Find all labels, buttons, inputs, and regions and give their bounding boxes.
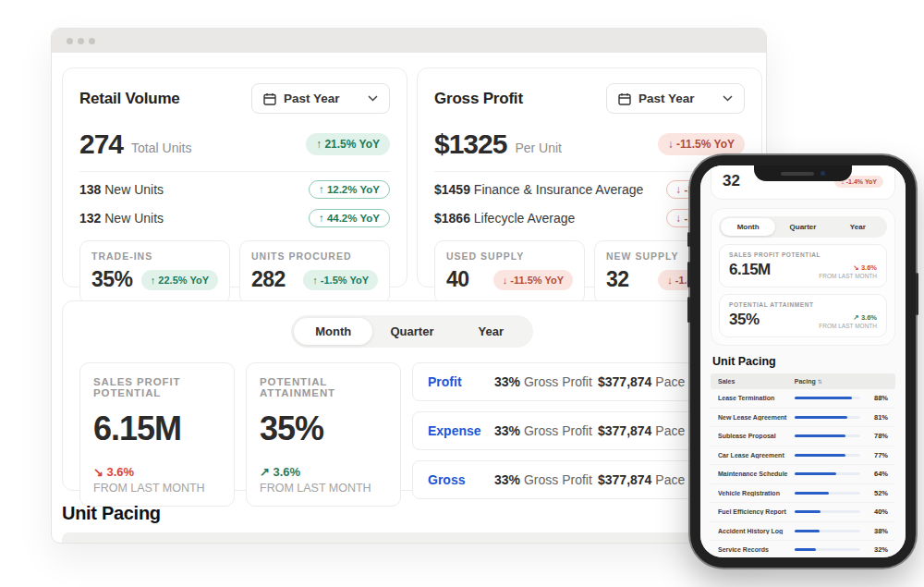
window-dot[interactable]	[67, 38, 73, 44]
trend-down-indicator: ↘ 3.6%	[93, 465, 221, 479]
pacing-row-pct: 64%	[868, 470, 888, 478]
row-link[interactable]: Expense	[428, 423, 494, 438]
phone-tab-year[interactable]: Year	[831, 218, 885, 236]
used-supply-subcard: USED SUPPLY 40 ↓ -11.5% YoY	[434, 240, 585, 304]
row-label: New Units	[101, 211, 164, 226]
row-value: $1459	[434, 182, 470, 197]
pct-label: Gross Profit	[520, 423, 592, 438]
window-dot[interactable]	[78, 38, 84, 44]
pct-label: Gross Profit	[520, 374, 592, 389]
phone-tab-month[interactable]: Month	[721, 218, 775, 236]
pacing-bar-track	[795, 510, 860, 513]
retail-yoy-badge: ↑ 21.5% YoY	[306, 133, 390, 155]
phone-notch	[754, 165, 852, 181]
phone-silent-switch	[687, 232, 690, 247]
row-label: New Units	[101, 182, 164, 197]
row-value: $1866	[434, 211, 470, 226]
subcard-yoy-badge: ↑ 22.5% YoY	[141, 270, 218, 290]
pct-label: Gross Profit	[520, 472, 592, 487]
phone-power-button	[916, 273, 918, 315]
pct-value: 33%	[494, 374, 520, 389]
subcard-label: UNITS PROCURED	[251, 251, 378, 262]
row-label: Finance & Insurance Average	[470, 182, 643, 197]
row-value: 132	[79, 211, 101, 226]
stat-card-sublabel: FROM LAST MONTH	[260, 482, 387, 495]
pacing-row[interactable]: Sublease Proposal 78%	[711, 427, 895, 446]
window-dot[interactable]	[89, 38, 95, 44]
gross-period-dropdown[interactable]: Past Year	[606, 83, 745, 114]
pacing-row-pct: 77%	[868, 451, 888, 459]
chevron-down-icon	[723, 95, 733, 102]
stat-card-label: SALES PROFIT POTENTIAL	[729, 251, 877, 258]
pacing-row-pct: 52%	[868, 489, 888, 497]
phone-performance-section: Month Quarter Year SALES PROFIT POTENTIA…	[711, 208, 895, 346]
column-header-pacing[interactable]: Pacing	[795, 378, 816, 385]
gross-profit-title: Gross Profit	[434, 90, 523, 108]
phone-volume-down-button	[687, 297, 690, 323]
pacing-row[interactable]: New Lease Agreement 81%	[711, 409, 895, 428]
pacing-row[interactable]: Lease Termination 88%	[711, 389, 895, 409]
pacing-row[interactable]: Fuel Efficiency Report 40%	[711, 503, 895, 522]
subcard-label: TRADE-INS	[91, 251, 218, 262]
phone-mockup: 32 ↓ -1.4% YoY Month Quarter Year SALES …	[690, 155, 916, 568]
phone-volume-up-button	[687, 262, 690, 287]
pct-value: 33%	[494, 423, 520, 438]
tab-month[interactable]: Month	[294, 318, 372, 345]
pacing-bar-track	[795, 548, 860, 551]
phone-camera	[821, 171, 825, 176]
pacing-row[interactable]: Accident History Log 38%	[711, 522, 895, 542]
retail-total-label: Total Units	[131, 141, 191, 155]
retail-row-new-units-1: 138 New Units ↑ 12.2% YoY	[79, 172, 390, 201]
phone-period-tabs: Month Quarter Year	[719, 216, 887, 238]
chevron-down-icon	[368, 95, 378, 102]
pacing-row[interactable]: Car Lease Agreement 77%	[711, 446, 895, 466]
browser-window: Retail Volume Past Year 274 Total Units …	[51, 28, 767, 544]
pacing-bar-fill	[795, 548, 816, 551]
pacing-bar-fill	[795, 510, 821, 513]
pacing-row-pct: 40%	[868, 508, 888, 516]
subcard-value: 32	[606, 267, 629, 292]
pacing-row-name: Vehicle Registration	[718, 490, 795, 496]
pacing-row-pct: 38%	[868, 527, 888, 535]
pacing-row-pct: 32%	[868, 545, 888, 554]
retail-period-dropdown[interactable]: Past Year	[251, 83, 390, 114]
pacing-row[interactable]: Maintenance Schedule 64%	[711, 465, 895, 484]
pacing-row[interactable]: Service Records 32%	[711, 541, 895, 557]
pacing-row-name: Accident History Log	[718, 528, 795, 534]
phone-table-header: Sales Pacing ⇅	[711, 373, 895, 389]
pacing-row-pct: 78%	[868, 432, 888, 440]
pacing-bar-track	[795, 492, 860, 495]
calendar-icon	[618, 92, 631, 105]
phone-sales-profit-potential-card: SALES PROFIT POTENTIAL 6.15M ↘ 3.6% FROM…	[719, 244, 887, 287]
pace-value: $377,874	[598, 374, 651, 389]
pacing-row[interactable]: Vehicle Registration 52%	[711, 484, 895, 504]
row-link[interactable]: Gross	[428, 472, 494, 487]
pacing-row-name: Service Records	[718, 546, 795, 553]
phone-tab-quarter[interactable]: Quarter	[775, 218, 830, 236]
pacing-row-name: Lease Termination	[718, 395, 795, 401]
pct-value: 33%	[494, 472, 520, 487]
stat-card-label: POTENTIAL ATTAINMENT	[260, 376, 387, 398]
tab-year[interactable]: Year	[452, 318, 530, 345]
pacing-bar-track	[795, 472, 860, 475]
stat-card-label: SALES PROFIT POTENTIAL	[93, 376, 221, 398]
stat-card-sublabel: FROM LAST MONTH	[93, 482, 221, 495]
calendar-icon	[263, 92, 276, 105]
row-link[interactable]: Profit	[428, 374, 494, 389]
pacing-row-pct: 81%	[868, 413, 888, 422]
page: Retail Volume Past Year 274 Total Units …	[0, 0, 924, 587]
pacing-row-name: New Lease Agreement	[718, 414, 795, 421]
tab-quarter[interactable]: Quarter	[372, 318, 451, 345]
stat-card-label: POTENTIAL ATTAINMENT	[729, 301, 877, 308]
period-tabs: Month Quarter Year	[291, 315, 533, 348]
retail-period-value: Past Year	[284, 92, 360, 105]
phone-unit-pacing-table: Sales Pacing ⇅ Lease Termination 88% New…	[711, 373, 895, 557]
sort-icon[interactable]: ⇅	[818, 378, 822, 385]
gross-per-unit-value: $1325	[434, 128, 506, 160]
stat-card-value: 6.15M	[93, 410, 221, 448]
pacing-bar-fill	[795, 454, 845, 457]
unit-pacing-table-header-strip	[62, 532, 757, 544]
column-header-sales[interactable]: Sales	[718, 378, 795, 385]
potential-attainment-card: POTENTIAL ATTAINMENT 35% ↗ 3.6% FROM LAS…	[246, 362, 401, 507]
row-value: 138	[79, 182, 101, 197]
